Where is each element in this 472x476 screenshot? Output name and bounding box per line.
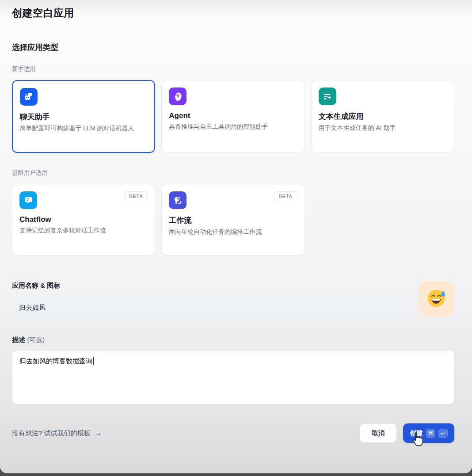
card-title: 文本生成应用 [319,111,447,122]
app-type-cards-row-2: BETA Chatflow 支持记忆的复杂多轮对话工作流 BETA 工作流 面向… [12,184,454,255]
description-label-text: 描述 [12,336,25,343]
create-blank-app-dialog: 创建空白应用 选择应用类型 新手适用 聊天助手 简单配置即可构建基于 LLM 的… [0,0,472,473]
tier-label-beginner: 新手适用 [12,65,454,73]
workflow-icon [169,191,187,209]
card-title: 聊天助手 [20,112,148,122]
app-name-label: 应用名称 & 图标 [12,280,410,291]
text-caret [93,357,94,365]
card-description: 面向单轮自动化任务的编排工作流 [169,227,297,236]
try-templates-text: 没有想法? 试试我们的模板 [12,429,91,438]
choose-app-type-heading: 选择应用类型 [12,42,454,53]
cancel-button[interactable]: 取消 [360,423,397,443]
page-title: 创建空白应用 [12,6,454,20]
text-generation-icon [319,88,336,105]
app-type-card-workflow[interactable]: BETA 工作流 面向单轮自动化任务的编排工作流 [161,184,305,255]
command-key-icon: ⌘ [426,429,435,438]
tier-label-advanced: 进阶用户适用 [12,169,454,177]
description-label: 描述 (可选) [12,335,454,345]
app-icon-emoji-button[interactable] [419,281,454,316]
card-description: 支持记忆的复杂多轮对话工作流 [19,226,148,235]
app-type-cards-row-1: 聊天助手 简单配置即可构建基于 LLM 的对话机器人 Agent 具备推理与自主… [12,80,454,153]
beta-badge: BETA [274,191,297,201]
try-templates-link[interactable]: 没有想法? 试试我们的模板 → [12,429,102,438]
enter-key-icon: ↵ [438,429,448,438]
description-section: 描述 (可选) 归去如风的博客数据查询 [12,335,454,404]
description-value: 归去如风的博客数据查询 [19,357,92,365]
create-button-label: 创建 [410,429,423,438]
app-type-card-agent[interactable]: Agent 具备推理与自主工具调用的智能助手 [161,80,305,153]
description-optional-text: (可选) [27,336,45,343]
dialog-footer: 没有想法? 试试我们的模板 → 取消 创建 ⌘ ↵ [12,423,454,443]
beta-badge: BETA [124,191,148,201]
card-title: 工作流 [169,215,297,225]
create-button[interactable]: 创建 ⌘ ↵ [403,423,454,443]
smiling-face-with-sweat-emoji-icon [426,287,448,311]
agent-icon [169,88,187,105]
app-type-card-chat-assistant[interactable]: 聊天助手 简单配置即可构建基于 LLM 的对话机器人 [12,80,155,153]
chatflow-icon [19,191,37,209]
chat-assistant-icon [20,88,38,106]
card-description: 简单配置即可构建基于 LLM 的对话机器人 [20,124,148,133]
card-description: 具备推理与自主工具调用的智能助手 [169,122,297,131]
card-title: Agent [169,111,297,120]
card-title: Chatflow [19,215,148,224]
app-type-card-chatflow[interactable]: BETA Chatflow 支持记忆的复杂多轮对话工作流 [12,184,155,255]
description-textarea[interactable]: 归去如风的博客数据查询 [12,350,454,404]
app-name-input[interactable] [12,297,410,318]
app-type-card-text-generation[interactable]: 文本生成应用 用于文本生成任务的 AI 助手 [311,80,454,153]
arrow-right-icon: → [95,429,102,438]
app-name-section: 应用名称 & 图标 [12,280,454,318]
section-divider [12,268,454,268]
card-description: 用于文本生成任务的 AI 助手 [319,123,447,133]
